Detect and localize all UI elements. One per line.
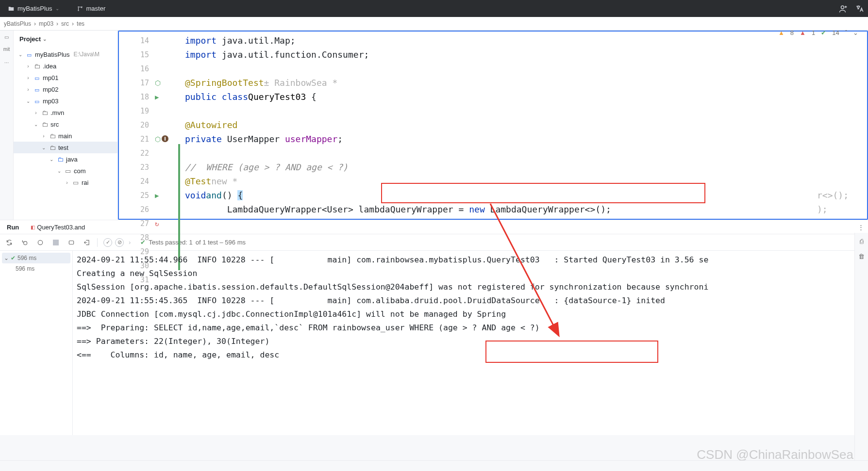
project-tree[interactable]: ⌄▭myBatisPlusE:\Java\M›🗀.idea›▭mp01›▭mp0… [14, 48, 117, 220]
rerun-button[interactable] [4, 237, 15, 248]
breadcrumb-item[interactable]: src [61, 20, 69, 27]
test-tree-row[interactable]: 596 ms [2, 263, 70, 274]
breadcrumb: yBatisPlus› mp03› src› tes [0, 17, 868, 31]
code-line[interactable]: lambdaQueryWrapper.gt(User::getAge, val:… [181, 216, 867, 219]
project-tool-icon[interactable]: ▭ [4, 34, 9, 40]
project-panel-title: Project [19, 35, 41, 43]
print-icon[interactable]: ⎙ [860, 238, 864, 245]
console-line: ==> Parameters: 22(Integer), 30(Integer) [77, 334, 864, 348]
gutter-icon[interactable]: ↻ [152, 220, 169, 227]
code-line[interactable]: import java.util.Map; [181, 33, 867, 48]
chevron-icon: ˆ [845, 29, 847, 36]
error-icon: ▲ [800, 29, 806, 36]
chevron-icon: › [64, 180, 70, 185]
check-icon: ✔ [11, 255, 16, 261]
code-line[interactable]: public class QueryTest03 { [181, 90, 867, 104]
tree-row[interactable]: ⌄▭com [14, 165, 117, 177]
rerun-failed-button[interactable] [19, 237, 30, 248]
code-line[interactable]: @SpringBootTest ± RainbowSea * [181, 76, 867, 90]
svg-point-5 [38, 240, 42, 244]
tree-row[interactable]: ›▭mp02 [14, 83, 117, 95]
tree-row[interactable]: ›🗀.mvn [14, 107, 117, 118]
test-icon: ◧ [31, 225, 35, 230]
breadcrumb-item[interactable]: mp03 [39, 20, 53, 27]
code-line[interactable]: // WHERE (age > ? AND age < ?) [181, 160, 867, 174]
code-line[interactable]: LambdaQueryWrapper<User> lambdaQueryWrap… [181, 202, 867, 216]
tree-label: main [58, 132, 72, 140]
console-line: Creating a new SqlSession [77, 266, 864, 280]
tests-total-text: of 1 test – 596 ms [196, 239, 246, 246]
svg-point-3 [841, 6, 844, 9]
console[interactable]: 2024-09-21 11:55:44.966 INFO 10228 --- [… [73, 251, 868, 435]
code-line[interactable]: @Autowired [181, 118, 867, 132]
settings-icon[interactable]: ⋮ [858, 224, 864, 231]
folder-icon: ▭ [72, 179, 80, 186]
line-number: 15 [134, 50, 149, 59]
gutter-icon[interactable]: ⬡ [152, 135, 169, 143]
folder-icon: 🗀 [41, 121, 49, 128]
test-tree[interactable]: ⌄✔ 596 ms 596 ms [0, 251, 73, 435]
exit-button[interactable] [82, 237, 92, 248]
code-line[interactable] [181, 104, 867, 118]
folder-icon: ▭ [64, 167, 72, 175]
tab-run[interactable]: Run [4, 224, 22, 231]
run-body: ⌄✔ 596 ms 596 ms 2024-09-21 11:55:44.966… [0, 251, 868, 435]
chevron-icon: › [25, 64, 31, 69]
add-user-icon[interactable] [839, 4, 848, 13]
pass-filter-icon[interactable]: ✓ [103, 238, 112, 247]
tree-row[interactable]: ›🗀.idea [14, 60, 117, 72]
chevron-icon: ⌄ [33, 122, 39, 127]
statusbar [0, 460, 868, 471]
toggle-auto-button[interactable] [35, 237, 46, 248]
tree-row[interactable]: ⌄▭mp03 [14, 95, 117, 107]
commit-tool-icon[interactable]: mit [3, 47, 10, 52]
gutter-icon[interactable]: ⬡ [152, 79, 169, 87]
code-line[interactable]: import java.util.function.Consumer; [181, 48, 867, 62]
tree-row[interactable]: ›▭rai [14, 177, 117, 188]
code-line[interactable] [181, 62, 867, 76]
tree-row[interactable]: ⌄🗀java [14, 153, 117, 165]
breadcrumb-item[interactable]: tes [77, 20, 84, 27]
tree-row[interactable]: ⌄🗀src [14, 118, 117, 130]
gutter-icon[interactable]: ▶ [152, 192, 169, 199]
project-selector[interactable]: myBatisPlus ⌄ [4, 5, 63, 12]
code-line[interactable] [181, 146, 867, 160]
console-line: <== Columns: id, name, age, email, desc [77, 348, 864, 361]
project-panel: Project ⌄ ⌄▭myBatisPlusE:\Java\M›🗀.idea›… [14, 31, 118, 220]
project-name: myBatisPlus [17, 5, 52, 12]
left-tool-strip: ▭ mit … [0, 31, 14, 220]
branch-selector[interactable]: master [73, 5, 110, 12]
line-number: 27 [134, 219, 149, 228]
tree-row[interactable]: ›▭mp01 [14, 72, 117, 83]
tree-row[interactable]: ⌄▭myBatisPlusE:\Java\M [14, 49, 117, 60]
gutter-icon[interactable]: ▶ [152, 93, 169, 101]
inspections-widget[interactable]: ▲8 ▲1 ✔14 ˆ⌄ [778, 29, 858, 36]
project-panel-header[interactable]: Project ⌄ [14, 31, 117, 48]
editor-gutter: 14151617⬡18▶192021⬡22232425▶2627↻2829303… [119, 32, 177, 219]
line-number: 26 [134, 205, 149, 214]
line-number: 16 [134, 65, 149, 73]
chevron-icon: › [41, 133, 47, 139]
chevron-icon: › [25, 75, 31, 81]
ok-icon: ✔ [821, 29, 826, 36]
line-number: 28 [134, 233, 149, 242]
code-line[interactable]: private UserMapper userMapper; [181, 132, 867, 146]
tree-label: java [66, 156, 78, 163]
test-tree-row[interactable]: ⌄✔ 596 ms [2, 253, 70, 263]
stop-button[interactable] [50, 237, 61, 248]
dump-button[interactable] [66, 237, 77, 248]
console-line: JDBC Connection [com.mysql.cj.jdbc.Conne… [77, 307, 864, 321]
translate-icon[interactable] [855, 4, 864, 13]
annotation-box-code [381, 183, 705, 203]
tab-file[interactable]: ◧ QueryTest03.and [28, 224, 88, 231]
line-number: 14 [134, 36, 149, 45]
chevron-icon: ⌄ [56, 168, 62, 174]
tree-label: mp01 [43, 74, 59, 81]
trash-icon[interactable]: 🗑 [858, 253, 865, 260]
tree-row[interactable]: ›🗀main [14, 130, 117, 142]
structure-tool-icon[interactable]: … [4, 59, 9, 64]
tree-label: .mvn [50, 109, 64, 116]
breadcrumb-item[interactable]: yBatisPlus [4, 20, 31, 27]
line-number: 21 [134, 135, 149, 144]
tree-row[interactable]: ⌄🗀test [14, 142, 117, 153]
